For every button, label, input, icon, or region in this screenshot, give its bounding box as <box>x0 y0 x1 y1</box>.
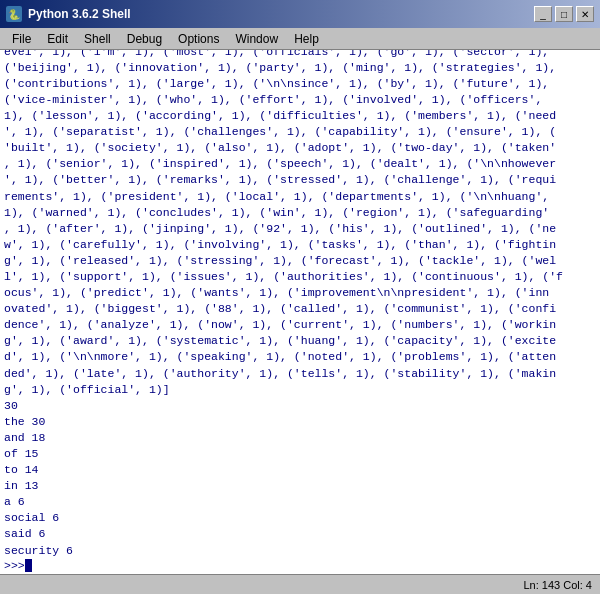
shell-prompt: >>> <box>4 559 25 572</box>
window-controls: _ □ ✕ <box>534 6 594 22</box>
output-text: ), ('prevent', 2), ('general', 2), ('com… <box>4 50 596 559</box>
menu-file[interactable]: File <box>4 30 39 48</box>
prompt-line: >>> <box>4 559 596 572</box>
cursor <box>25 559 32 572</box>
menu-window[interactable]: Window <box>227 30 286 48</box>
menu-options[interactable]: Options <box>170 30 227 48</box>
status-bar: Ln: 143 Col: 4 <box>0 574 600 594</box>
menu-debug[interactable]: Debug <box>119 30 170 48</box>
maximize-button[interactable]: □ <box>555 6 573 22</box>
menu-edit[interactable]: Edit <box>39 30 76 48</box>
close-button[interactable]: ✕ <box>576 6 594 22</box>
menu-bar: File Edit Shell Debug Options Window Hel… <box>0 28 600 50</box>
minimize-button[interactable]: _ <box>534 6 552 22</box>
line-col-indicator: Ln: 143 Col: 4 <box>524 579 593 591</box>
title-bar: 🐍 Python 3.6.2 Shell _ □ ✕ <box>0 0 600 28</box>
shell-output[interactable]: ), ('prevent', 2), ('general', 2), ('com… <box>0 50 600 574</box>
menu-help[interactable]: Help <box>286 30 327 48</box>
app-icon: 🐍 <box>6 6 22 22</box>
svg-text:🐍: 🐍 <box>8 8 21 21</box>
window-title: Python 3.6.2 Shell <box>28 7 534 21</box>
menu-shell[interactable]: Shell <box>76 30 119 48</box>
